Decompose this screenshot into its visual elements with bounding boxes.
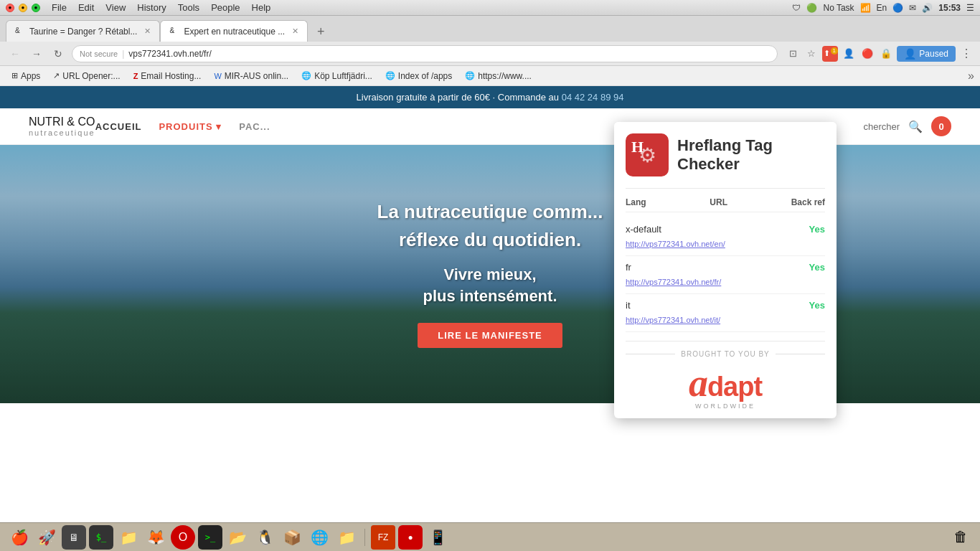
screen-share-icon[interactable]: ⊡ (785, 46, 801, 62)
popup-footer: BROUGHT TO YOU BY adapt WORLDWIDE (614, 342, 837, 418)
minimize-button[interactable]: ● (19, 4, 27, 12)
dock-trash[interactable]: 🗑 (948, 525, 973, 550)
menu-people[interactable]: People (211, 2, 240, 13)
menu-view[interactable]: View (105, 2, 126, 13)
main-content: Livraison gratuite à partir de 60€ · Com… (0, 86, 980, 522)
mir-aus-icon: W (214, 72, 221, 80)
popup-table: Lang URL Back ref x-default Yes http://v… (614, 189, 837, 341)
url-separator: | (122, 49, 124, 59)
dock-chrome[interactable]: 🌐 (307, 525, 331, 550)
adapt-brand-logo[interactable]: adapt WORLDWIDE (689, 364, 762, 410)
menu-edit[interactable]: Edit (78, 2, 94, 13)
dock-separator (364, 529, 365, 546)
extension-icon-3[interactable]: 🔴 (859, 46, 875, 62)
titlebar-status-area: 🛡 🟢 No Task 📶 En 🔵 ✉ 🔊 15:53 ☰ (792, 3, 974, 13)
tab-close-2[interactable]: ✕ (292, 27, 298, 36)
popup-row-fr: fr Yes http://vps772341.ovh.net/fr/ (626, 256, 825, 294)
hero-cta-button[interactable]: LIRE LE MANIFESTE (418, 323, 562, 348)
popup-table-header: Lang URL Back ref (626, 197, 825, 212)
reload-button[interactable]: ↻ (49, 44, 67, 63)
announce-phone[interactable]: 04 42 24 89 94 (562, 92, 624, 103)
bookmark-index[interactable]: 🌐 Index of /apps (380, 70, 458, 83)
url-xdefault[interactable]: http://vps772341.ovh.net/en/ (626, 240, 725, 248)
menu-file[interactable]: File (52, 2, 67, 13)
bookmark-apps-label: Apps (21, 71, 40, 81)
dock-finder[interactable]: 🍎 (7, 525, 32, 550)
tab-title-1: Taurine = Danger ? Rétabl... (29, 27, 137, 37)
norton-icon: 🟢 (806, 3, 817, 13)
bookmark-kop-label: Köp Luftfjädri... (314, 71, 372, 81)
popup-row-fr-top: fr Yes (626, 262, 825, 273)
bookmark-apps[interactable]: ⊞ Apps (6, 70, 46, 83)
tab-1[interactable]: & Taurine = Danger ? Rétabl... ✕ (6, 20, 160, 42)
bookmark-url-opener[interactable]: ↗ URL Opener:... (47, 70, 126, 83)
extension-icon-1[interactable]: ⬆1 (822, 46, 838, 62)
tab-2[interactable]: & Expert en nutraceutique ... ✕ (160, 20, 308, 42)
popup-header: H ⚙ Hreflang Tag Checker (614, 122, 837, 188)
dock-folder2[interactable]: 📁 (334, 525, 359, 550)
menu-history[interactable]: History (137, 2, 166, 13)
bookmark-email-hosting[interactable]: Z Email Hosting... (128, 70, 207, 83)
url-bar: ← → ↻ Not secure | vps772341.ovh.net/fr/… (0, 42, 980, 66)
dock-filezilla[interactable]: FZ (371, 525, 395, 550)
menu-tools[interactable]: Tools (178, 2, 199, 13)
nav-produits[interactable]: PRODUITS ▾ (159, 121, 222, 132)
maximize-button[interactable]: ● (32, 4, 40, 12)
bookmark-star-icon[interactable]: ☆ (804, 46, 819, 62)
dock-files[interactable]: 📁 (116, 525, 141, 550)
url-opener-icon: ↗ (53, 71, 60, 80)
url-it[interactable]: http://vps772341.ovh.net/it/ (626, 316, 720, 324)
site-logo: NUTRI & CO nutraceutique (29, 116, 95, 137)
bookmark-mir-aus[interactable]: W MIR-AUS onlin... (208, 70, 294, 83)
lang-fr: fr (626, 262, 631, 273)
dock-launchpad[interactable]: 🚀 (34, 525, 59, 550)
new-tab-button[interactable]: + (311, 22, 331, 42)
dock-app-red[interactable]: ● (398, 525, 423, 550)
titlebar: ● ● ● File Edit View History Tools Peopl… (0, 0, 980, 16)
bookmark-https[interactable]: 🌐 https://www.... (459, 70, 537, 83)
paused-button[interactable]: 👤 Paused (897, 46, 956, 62)
site-navigation: ACCUEIL PRODUITS ▾ PAC... (95, 121, 270, 132)
close-button[interactable]: ● (6, 4, 14, 12)
bookmark-kop[interactable]: 🌐 Köp Luftfjädri... (296, 70, 378, 83)
back-ref-it: Yes (809, 300, 825, 311)
bookmarks-more-button[interactable]: » (968, 70, 974, 83)
popup-row-it-top: it Yes (626, 300, 825, 311)
forward-button[interactable]: → (27, 44, 46, 63)
index-icon: 🌐 (385, 71, 395, 80)
dock-package[interactable]: 📦 (280, 525, 304, 550)
notification-icon: ☰ (966, 3, 974, 13)
dock: 🍎 🚀 🖥 $_ 📁 🦊 O >_ 📂 🐧 📦 🌐 📁 FZ ● 📱 🗑 (0, 522, 980, 551)
dock-terminal[interactable]: $_ (89, 525, 113, 550)
announce-text: Livraison gratuite à partir de 60€ · Com… (357, 92, 560, 103)
extension-icon-2[interactable]: 👤 (841, 46, 857, 62)
dock-phone[interactable]: 📱 (425, 525, 450, 550)
extension-icon-4[interactable]: 🔒 (878, 46, 894, 62)
apps-grid-icon: ⊞ (11, 71, 18, 80)
dock-opera[interactable]: O (171, 525, 195, 550)
url-input[interactable]: Not secure | vps772341.ovh.net/fr/ (72, 45, 778, 62)
dock-system[interactable]: 🖥 (62, 525, 86, 550)
more-options-icon[interactable]: ⋮ (958, 46, 974, 62)
bookmark-email-hosting-label: Email Hosting... (141, 71, 201, 81)
hreflang-popup: H ⚙ Hreflang Tag Checker Lang URL Back r… (614, 122, 837, 418)
popup-title: Hreflang Tag Checker (677, 136, 825, 174)
menu-help[interactable]: Help (252, 2, 271, 13)
col-lang: Lang (626, 197, 646, 207)
nav-accueil[interactable]: ACCUEIL (95, 121, 142, 132)
url-fr[interactable]: http://vps772341.ovh.net/fr/ (626, 278, 721, 286)
window-controls[interactable]: ● ● ● (6, 4, 40, 12)
back-ref-xdefault: Yes (809, 224, 825, 235)
popup-row-it: it Yes http://vps772341.ovh.net/it/ (626, 294, 825, 332)
site-search-icon[interactable]: 🔍 (908, 120, 923, 133)
clock: 15:53 (938, 3, 961, 13)
dock-firefox[interactable]: 🦊 (143, 525, 168, 550)
bookmark-index-label: Index of /apps (398, 71, 452, 81)
dock-iterm[interactable]: >_ (198, 525, 222, 550)
back-button[interactable]: ← (6, 44, 24, 63)
dock-folder[interactable]: 📂 (225, 525, 250, 550)
cart-button[interactable]: 0 (931, 116, 951, 136)
nav-more[interactable]: PAC... (239, 121, 270, 132)
dock-penguin[interactable]: 🐧 (253, 525, 277, 550)
tab-close-1[interactable]: ✕ (144, 27, 151, 36)
